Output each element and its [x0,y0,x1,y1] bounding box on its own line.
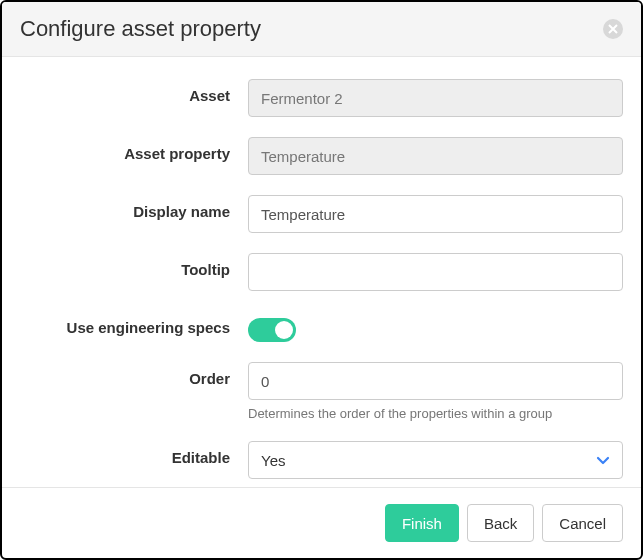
asset-row: Asset [20,79,623,117]
tooltip-row: Tooltip [20,253,623,291]
display-name-label: Display name [20,195,248,220]
modal-title: Configure asset property [20,16,261,42]
asset-property-input [248,137,623,175]
editable-value: Yes [261,452,285,469]
use-eng-specs-row: Use engineering specs [20,311,623,342]
back-button[interactable]: Back [467,504,534,542]
cancel-button[interactable]: Cancel [542,504,623,542]
asset-property-row: Asset property [20,137,623,175]
modal-header: Configure asset property [2,2,641,57]
modal-footer: Finish Back Cancel [2,487,641,558]
modal-body: Asset Asset property Display name Toolti… [2,57,641,487]
order-input[interactable] [248,362,623,400]
editable-select[interactable]: Yes [248,441,623,479]
order-row: Order Determines the order of the proper… [20,362,623,421]
use-eng-specs-toggle[interactable] [248,318,296,342]
order-help: Determines the order of the properties w… [248,406,623,421]
editable-label: Editable [20,441,248,466]
chevron-down-icon [596,453,610,467]
asset-label: Asset [20,79,248,104]
display-name-input[interactable] [248,195,623,233]
close-button[interactable] [603,19,623,39]
order-label: Order [20,362,248,387]
tooltip-input[interactable] [248,253,623,291]
asset-property-label: Asset property [20,137,248,162]
close-icon [608,24,618,34]
display-name-row: Display name [20,195,623,233]
configure-asset-property-modal: Configure asset property Asset Asset pro… [0,0,643,560]
finish-button[interactable]: Finish [385,504,459,542]
tooltip-label: Tooltip [20,253,248,278]
editable-row: Editable Yes Determines whether the prop… [20,441,623,487]
use-eng-specs-label: Use engineering specs [20,311,248,336]
toggle-knob [275,321,293,339]
asset-input [248,79,623,117]
